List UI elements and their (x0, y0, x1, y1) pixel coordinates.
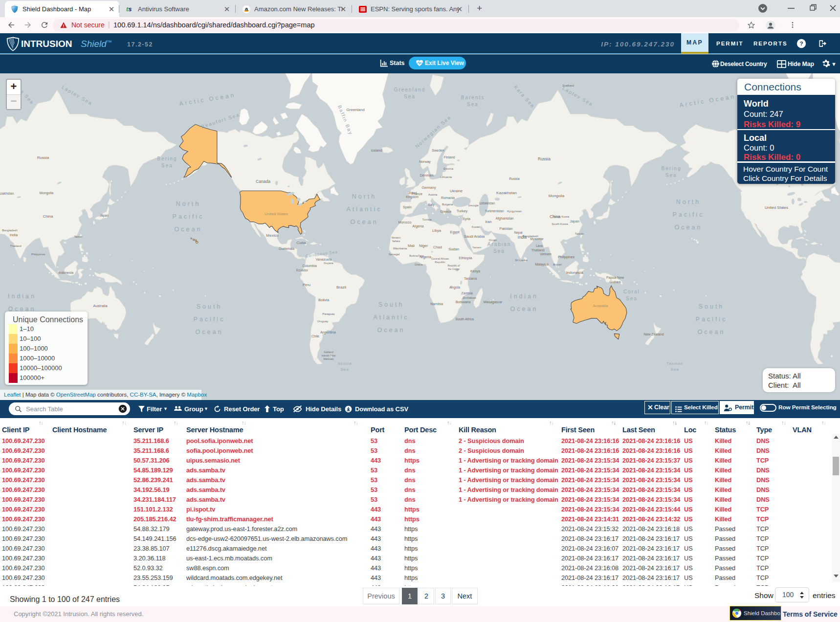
svg-text:Uruguay: Uruguay (317, 320, 329, 323)
svg-text:Islands (Islas: Islands (Islas (321, 354, 336, 357)
svg-text:Atlantic: Atlantic (347, 206, 382, 213)
svg-text:Central African: Central African (431, 257, 449, 260)
svg-text:United States: United States (765, 205, 788, 210)
svg-text:Niger: Niger (419, 244, 428, 248)
svg-text:Finland: Finland (444, 156, 455, 159)
svg-text:Peru: Peru (303, 283, 310, 287)
svg-text:Papua New: Papua New (606, 276, 624, 280)
svg-text:North: North (176, 200, 201, 207)
svg-text:Canada: Canada (256, 179, 270, 184)
svg-text:Falkland: Falkland (324, 351, 333, 354)
svg-text:Brunei: Brunei (553, 263, 561, 266)
svg-text:Iceland: Iceland (371, 149, 382, 152)
svg-text:Paraguay: Paraguay (322, 312, 335, 315)
svg-text:Sweden: Sweden (432, 149, 444, 152)
svg-text:Atlantic: Atlantic (374, 314, 409, 321)
svg-text:Arabian: Arabian (487, 242, 511, 247)
svg-text:Western: Western (392, 236, 401, 239)
svg-text:Ocean: Ocean (698, 329, 726, 335)
svg-text:Burkina Faso: Burkina Faso (409, 254, 424, 257)
svg-text:South: South (699, 303, 725, 310)
svg-text:Sea: Sea (670, 367, 679, 372)
svg-text:China: China (43, 214, 53, 219)
svg-text:Brazil: Brazil (336, 285, 346, 289)
svg-text:Angola: Angola (449, 286, 460, 289)
svg-text:Oman: Oman (489, 239, 497, 242)
svg-text:Italy: Italy (428, 203, 435, 207)
svg-text:Republic of: Republic of (447, 264, 460, 267)
svg-text:Venezuela: Venezuela (316, 258, 332, 261)
svg-text:Scotia: Scotia (338, 361, 352, 366)
svg-text:Zimbabwe: Zimbabwe (463, 296, 476, 299)
svg-text:Egypt: Egypt (450, 230, 460, 234)
svg-text:Myanmar: Myanmar (530, 237, 544, 241)
svg-text:Argentina: Argentina (320, 330, 336, 334)
svg-text:Ocean: Ocean (377, 327, 405, 333)
svg-text:Tanzania: Tanzania (464, 277, 477, 280)
svg-text:Namibia: Namibia (430, 302, 443, 306)
svg-text:Indonesia: Indonesia (566, 270, 583, 275)
svg-text:India: India (10, 233, 18, 237)
svg-text:Lithuania: Lithuania (440, 176, 452, 178)
svg-text:Bering: Bering (662, 166, 682, 171)
svg-text:Bering: Bering (157, 156, 177, 161)
svg-text:Russia: Russia (538, 156, 551, 161)
svg-text:Pacific: Pacific (696, 316, 728, 323)
svg-text:Morocco: Morocco (398, 221, 412, 224)
svg-text:Algeria: Algeria (412, 224, 424, 228)
svg-text:Philippines: Philippines (31, 253, 45, 256)
svg-text:Uzbekistan: Uzbekistan (479, 201, 495, 205)
svg-text:Ocean: Ocean (675, 224, 703, 231)
svg-text:Zambia: Zambia (461, 291, 472, 295)
svg-text:Indonesia: Indonesia (59, 271, 73, 274)
svg-text:Taiwan: Taiwan (74, 235, 82, 238)
svg-text:?: ? (799, 40, 803, 46)
svg-text:Tunisia: Tunisia (422, 218, 432, 221)
svg-text:Sea: Sea (161, 163, 173, 168)
svg-text:Malaysia: Malaysia (535, 263, 549, 267)
svg-text:Ghana: Ghana (415, 263, 423, 266)
svg-text:Pacific: Pacific (673, 211, 705, 218)
svg-text:Mauritania: Mauritania (393, 247, 407, 250)
svg-text:Madagascar: Madagascar (484, 300, 503, 304)
svg-text:Barents: Barents (461, 95, 485, 100)
svg-text:Sea: Sea (404, 94, 416, 99)
svg-text:Taiwan: Taiwan (575, 232, 584, 235)
svg-text:Guinea: Guinea (610, 280, 621, 284)
svg-text:Russia: Russia (37, 156, 49, 160)
svg-text:Ocean: Ocean (196, 329, 223, 335)
svg-text:Ocean: Ocean (175, 226, 202, 233)
svg-text:Botswana: Botswana (456, 300, 471, 304)
svg-text:Australia: Australia (93, 304, 108, 308)
svg-text:Kazakhstan: Kazakhstan (496, 191, 517, 195)
svg-text:Libya: Libya (432, 228, 442, 233)
svg-text:Iran: Iran (486, 220, 492, 224)
svg-text:Mongolia: Mongolia (40, 191, 54, 195)
svg-text:Bangladesh: Bangladesh (2, 229, 18, 232)
svg-text:Sea: Sea (626, 296, 638, 301)
svg-text:Sahara: Sahara (392, 240, 400, 243)
svg-text:Germany: Germany (422, 186, 436, 190)
svg-text:Greece: Greece (441, 210, 452, 213)
svg-text:Romania: Romania (441, 196, 455, 200)
svg-text:Syria: Syria (463, 217, 470, 221)
svg-text:Vietnam: Vietnam (540, 252, 552, 256)
svg-text:Pacific: Pacific (194, 316, 225, 323)
svg-text:Ukraine: Ukraine (450, 189, 463, 193)
svg-text:Sea: Sea (665, 173, 677, 178)
svg-text:Georgia: Georgia (468, 204, 479, 207)
svg-text:Ocean: Ocean (351, 219, 378, 225)
svg-text:Greenland: Greenland (346, 108, 364, 112)
svg-text:Norway: Norway (419, 160, 431, 164)
svg-text:Bulgaria: Bulgaria (442, 203, 453, 206)
svg-text:South: South (197, 303, 222, 310)
svg-text:Kyrgyzstan: Kyrgyzstan (507, 210, 522, 213)
svg-text:North Korea: North Korea (553, 215, 570, 218)
svg-text:Thailand: Thailand (531, 248, 545, 252)
svg-text:New Zealand: New Zealand (643, 333, 663, 336)
svg-text:Thailand: Thailand (10, 244, 21, 247)
svg-text:Saudi Arabia: Saudi Arabia (464, 234, 485, 239)
svg-text:Cuba: Cuba (296, 241, 306, 245)
svg-text:Sea: Sea (493, 248, 505, 254)
svg-text:Tasman: Tasman (666, 361, 683, 366)
